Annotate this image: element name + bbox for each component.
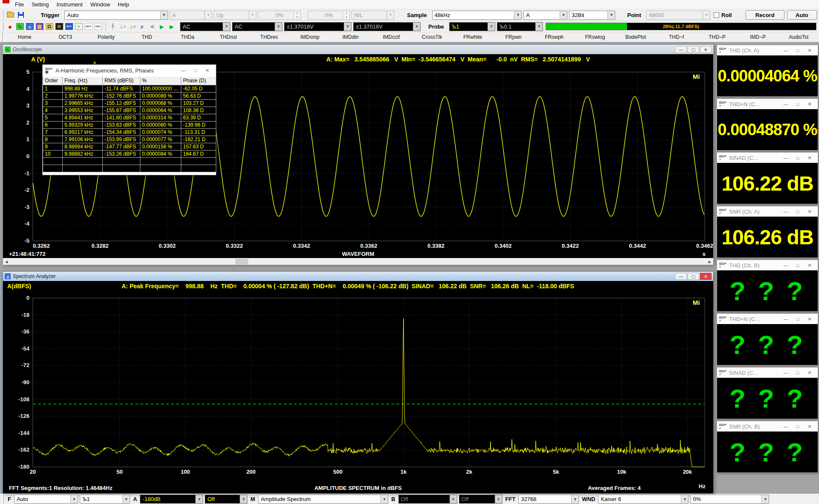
close-button[interactable]: ✕ (804, 208, 816, 215)
tab-frpwn[interactable]: FRpwn (493, 34, 534, 40)
oscilloscope-titlebar[interactable]: ∿ Oscilloscope — ▢ ✕ (3, 45, 713, 54)
trigger-hpf-select[interactable]: NIL▼ (351, 11, 394, 20)
minimize-button[interactable]: — (780, 208, 792, 215)
spectrum-analyzer-icon[interactable]: ılı (26, 23, 34, 30)
close-button[interactable]: ✕ (804, 423, 816, 430)
harmonic-table-row[interactable]: 43.99553 kHz-155.67 dBFS0.0000064 %108.3… (43, 107, 216, 114)
overlap-select[interactable]: 0%▼ (690, 495, 769, 504)
probe-b-select[interactable]: Ъ0.1▼ (497, 22, 543, 31)
minimize-button[interactable]: — (780, 315, 792, 323)
signal-generator-icon[interactable]: ≋ (55, 23, 63, 30)
tab-audiotst[interactable]: AudioTst (778, 34, 819, 40)
harmonic-col-header[interactable]: Order (43, 76, 63, 85)
zoom-tool-icon[interactable]: ⌕ (138, 23, 146, 30)
sample-rate-select[interactable]: 48kHz▼ (432, 11, 522, 20)
roll-checkbox[interactable]: Roll (711, 12, 735, 18)
device-test-plan-icon[interactable]: OUT (65, 23, 73, 30)
tab-frwhite[interactable]: FRwhite (453, 34, 494, 40)
panel-titlebar[interactable]: DDP⌕THD (Ch. A)—□✕ (717, 45, 818, 55)
panel-titlebar[interactable]: DDP⌕SINAD (C...—□✕ (717, 368, 818, 378)
close-button[interactable]: ✕ (804, 315, 816, 323)
maximize-button[interactable]: □ (792, 423, 804, 430)
close-button[interactable]: ✕ (804, 154, 816, 162)
tab-frswlog[interactable]: FRswlog (575, 34, 616, 40)
panel-titlebar[interactable]: DDP⌕THD+N (C...—□✕ (717, 314, 818, 324)
derived-data-curve-icon[interactable]: ≈ (75, 23, 83, 30)
probe-ref-select[interactable]: Ъ1▼ (80, 495, 130, 504)
maximize-button[interactable]: □ (792, 261, 804, 269)
spinner-arrows-icon[interactable]: ▲▼ (343, 11, 349, 19)
close-button[interactable]: ✕ (804, 46, 816, 54)
close-button[interactable]: ✕ (700, 46, 712, 53)
menu-instrument[interactable]: Instrument (52, 0, 86, 9)
close-button[interactable]: ✕ (804, 100, 816, 108)
oscilloscope-icon[interactable]: ∿ (16, 23, 24, 30)
a-ref-select[interactable]: Off▼ (205, 495, 247, 504)
close-button[interactable]: ✕ (804, 261, 816, 269)
harmonic-table-row[interactable]: 65.99329 kHz-153.63 dBFS0.0000080 %-139.… (43, 121, 216, 128)
harmonic-table-row[interactable]: 32.99665 kHz-155.12 dBFS0.0000068 %103.2… (43, 99, 216, 107)
harmonic-window-titlebar[interactable]: DDP▦ A-Harmonic Frequencies, RMS, Phases… (43, 65, 216, 76)
minimize-button[interactable]: — (780, 369, 792, 377)
panel-titlebar[interactable]: DDP⌕SINAD (C...—□✕ (717, 153, 818, 163)
tab-imdccif[interactable]: IMDccif (371, 34, 412, 40)
tab-thd~p[interactable]: THD~P (697, 34, 738, 40)
zero-channel-a-icon[interactable]: ⊥A (119, 23, 127, 30)
tab-thda[interactable]: THDa (167, 34, 208, 40)
trigger-mode-select[interactable]: Auto▼ (64, 11, 168, 20)
minimize-button[interactable]: — (177, 67, 189, 74)
tab-oct3[interactable]: OCT3 (45, 34, 86, 40)
tab-crosstlk[interactable]: CrossTlk (412, 34, 453, 40)
harmonic-table-row[interactable]: 54.99441 kHz-141.80 dBFS0.0000314 %63.39… (43, 114, 216, 121)
scrollbar-thumb[interactable] (235, 259, 248, 264)
coupling-b-select[interactable]: AC▼ (232, 22, 282, 31)
open-file-button[interactable] (6, 10, 15, 20)
tab-home[interactable]: Home (4, 34, 45, 40)
record-points-select[interactable]: 48000▼ (646, 11, 710, 20)
minimize-button[interactable]: — (675, 273, 687, 280)
tab-imd~p[interactable]: IMD~P (738, 34, 778, 40)
harmonic-table-row[interactable] (43, 157, 216, 165)
tab-imddin[interactable]: IMDdin (330, 34, 371, 40)
maximize-button[interactable]: □ (189, 67, 201, 74)
record-icon[interactable]: ● (6, 23, 14, 30)
tab-imdsmp[interactable]: IMDsmp (290, 34, 331, 40)
b-range-select[interactable]: Off▼ (398, 495, 457, 504)
scroll-right-icon[interactable]: ▶ (706, 258, 713, 265)
harmonic-table-row[interactable] (43, 165, 216, 172)
ddp-viewer-icon[interactable]: DDP (84, 23, 93, 30)
maximize-button[interactable]: ▢ (688, 273, 699, 280)
panel-titlebar[interactable]: DDP⌕THD (Ch. B)—□✕ (717, 260, 818, 270)
trigger-level-spinner[interactable]: 0%▲▼ (258, 11, 301, 20)
range-a-select[interactable]: ±1.37018V▼ (284, 22, 351, 31)
minimize-button[interactable]: — (780, 261, 792, 269)
sample-bits-select[interactable]: 32Bit▼ (569, 11, 615, 20)
minimize-button[interactable]: — (780, 154, 792, 162)
display-mode-select[interactable]: Amplitude Spectrum▼ (258, 495, 388, 504)
trigger-source-select[interactable]: A▼ (170, 11, 212, 20)
harmonic-col-header[interactable]: % (140, 76, 181, 85)
menu-help[interactable]: Help (114, 0, 133, 9)
spinner-arrows-icon[interactable]: ▲▼ (293, 11, 300, 19)
spectrum-3d-plot-icon[interactable]: ▦ (35, 23, 44, 30)
harmonic-table-row[interactable]: 1998.88 Hz-11.74 dBFS100.0000000 ...-62.… (43, 85, 216, 92)
spectrum-titlebar[interactable]: ılı Spectrum Analyzer — ▢ ✕ (3, 272, 713, 281)
multimeter-icon[interactable]: Ω (45, 23, 53, 30)
maximize-button[interactable]: □ (792, 369, 804, 377)
maximize-button[interactable]: □ (792, 315, 804, 323)
trigger-delay-spinner[interactable]: 0%▲▼ (308, 11, 350, 20)
harmonic-col-header[interactable]: Phase (D) (181, 76, 216, 85)
maximize-button[interactable]: ▢ (688, 46, 699, 53)
sound-output-icon[interactable]: ◀) (148, 23, 156, 30)
spectrum-plot-area[interactable]: 0-18-36-54-72-90-108-126-144-162-1802050… (3, 291, 713, 477)
scroll-left-icon[interactable]: ◀ (3, 258, 10, 265)
maximize-button[interactable]: □ (792, 208, 804, 215)
minimize-button[interactable]: — (780, 423, 792, 430)
harmonic-table-row[interactable]: 98.98994 kHz-147.77 dBFS0.0000158 %157.6… (43, 143, 216, 150)
ddc-viewer-icon[interactable]: DDC (94, 23, 102, 30)
sweep-mode-select[interactable]: Auto▼ (14, 495, 78, 504)
minimize-button[interactable]: — (675, 46, 687, 53)
zero-channel-b-icon[interactable]: ⊥B (128, 23, 136, 30)
tab-thd[interactable]: THD (127, 34, 168, 40)
harmonic-col-header[interactable]: RMS (dBFS) (103, 76, 140, 85)
